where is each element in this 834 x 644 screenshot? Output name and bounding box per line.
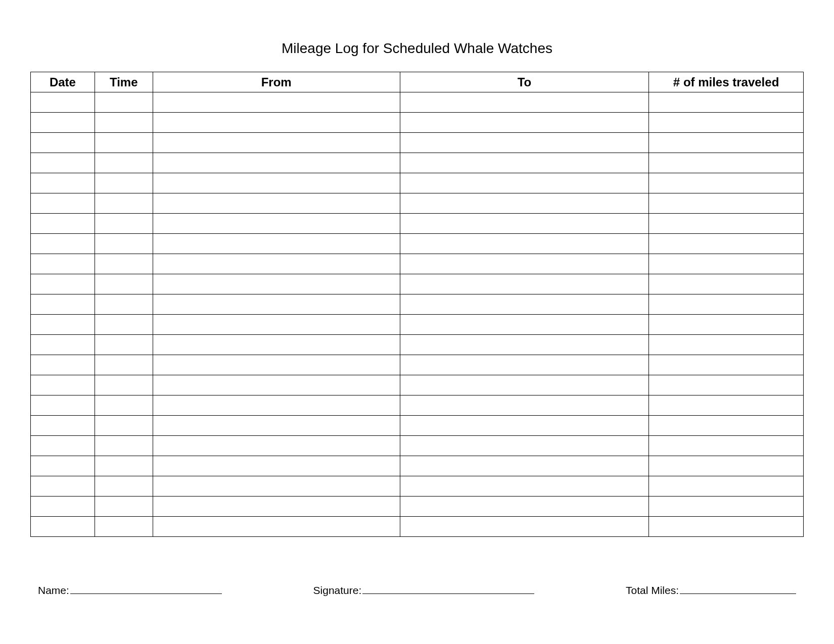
cell-time[interactable] <box>95 476 153 497</box>
cell-date[interactable] <box>31 416 95 436</box>
cell-miles[interactable] <box>649 497 804 517</box>
cell-from[interactable] <box>153 92 400 113</box>
cell-from[interactable] <box>153 395 400 416</box>
cell-time[interactable] <box>95 92 153 113</box>
cell-date[interactable] <box>31 375 95 395</box>
cell-miles[interactable] <box>649 234 804 254</box>
cell-miles[interactable] <box>649 375 804 395</box>
total-miles-line[interactable] <box>680 582 796 594</box>
cell-miles[interactable] <box>649 456 804 476</box>
cell-date[interactable] <box>31 436 95 456</box>
cell-time[interactable] <box>95 395 153 416</box>
cell-to[interactable] <box>400 335 648 355</box>
cell-from[interactable] <box>153 315 400 335</box>
cell-to[interactable] <box>400 294 648 315</box>
cell-miles[interactable] <box>649 416 804 436</box>
cell-to[interactable] <box>400 497 648 517</box>
cell-date[interactable] <box>31 113 95 133</box>
cell-miles[interactable] <box>649 254 804 274</box>
cell-time[interactable] <box>95 234 153 254</box>
cell-time[interactable] <box>95 254 153 274</box>
cell-date[interactable] <box>31 335 95 355</box>
cell-time[interactable] <box>95 335 153 355</box>
cell-time[interactable] <box>95 214 153 234</box>
cell-from[interactable] <box>153 193 400 214</box>
cell-from[interactable] <box>153 274 400 294</box>
cell-to[interactable] <box>400 476 648 497</box>
cell-miles[interactable] <box>649 294 804 315</box>
cell-from[interactable] <box>153 294 400 315</box>
cell-date[interactable] <box>31 355 95 375</box>
cell-miles[interactable] <box>649 274 804 294</box>
cell-date[interactable] <box>31 274 95 294</box>
cell-miles[interactable] <box>649 335 804 355</box>
cell-to[interactable] <box>400 113 648 133</box>
cell-to[interactable] <box>400 214 648 234</box>
cell-date[interactable] <box>31 315 95 335</box>
cell-to[interactable] <box>400 92 648 113</box>
cell-from[interactable] <box>153 476 400 497</box>
cell-to[interactable] <box>400 274 648 294</box>
cell-miles[interactable] <box>649 92 804 113</box>
cell-date[interactable] <box>31 294 95 315</box>
cell-to[interactable] <box>400 456 648 476</box>
cell-miles[interactable] <box>649 153 804 173</box>
cell-to[interactable] <box>400 254 648 274</box>
cell-time[interactable] <box>95 315 153 335</box>
cell-from[interactable] <box>153 497 400 517</box>
cell-from[interactable] <box>153 234 400 254</box>
cell-miles[interactable] <box>649 395 804 416</box>
cell-miles[interactable] <box>649 113 804 133</box>
cell-date[interactable] <box>31 476 95 497</box>
cell-miles[interactable] <box>649 476 804 497</box>
cell-from[interactable] <box>153 456 400 476</box>
cell-date[interactable] <box>31 92 95 113</box>
cell-to[interactable] <box>400 234 648 254</box>
cell-miles[interactable] <box>649 517 804 537</box>
cell-time[interactable] <box>95 133 153 153</box>
cell-date[interactable] <box>31 395 95 416</box>
cell-to[interactable] <box>400 395 648 416</box>
cell-date[interactable] <box>31 456 95 476</box>
cell-from[interactable] <box>153 254 400 274</box>
cell-to[interactable] <box>400 133 648 153</box>
cell-from[interactable] <box>153 517 400 537</box>
cell-date[interactable] <box>31 517 95 537</box>
cell-time[interactable] <box>95 153 153 173</box>
cell-to[interactable] <box>400 315 648 335</box>
cell-time[interactable] <box>95 497 153 517</box>
cell-miles[interactable] <box>649 133 804 153</box>
cell-to[interactable] <box>400 355 648 375</box>
cell-to[interactable] <box>400 517 648 537</box>
cell-time[interactable] <box>95 456 153 476</box>
cell-date[interactable] <box>31 254 95 274</box>
cell-from[interactable] <box>153 436 400 456</box>
cell-date[interactable] <box>31 133 95 153</box>
cell-time[interactable] <box>95 375 153 395</box>
cell-date[interactable] <box>31 497 95 517</box>
cell-from[interactable] <box>153 133 400 153</box>
signature-line[interactable] <box>362 582 534 594</box>
cell-from[interactable] <box>153 416 400 436</box>
cell-time[interactable] <box>95 416 153 436</box>
cell-miles[interactable] <box>649 214 804 234</box>
cell-to[interactable] <box>400 173 648 193</box>
cell-time[interactable] <box>95 113 153 133</box>
cell-from[interactable] <box>153 113 400 133</box>
cell-date[interactable] <box>31 214 95 234</box>
cell-date[interactable] <box>31 193 95 214</box>
cell-to[interactable] <box>400 436 648 456</box>
cell-from[interactable] <box>153 173 400 193</box>
cell-time[interactable] <box>95 436 153 456</box>
cell-time[interactable] <box>95 173 153 193</box>
cell-from[interactable] <box>153 355 400 375</box>
cell-miles[interactable] <box>649 173 804 193</box>
cell-miles[interactable] <box>649 315 804 335</box>
name-line[interactable] <box>70 582 222 594</box>
cell-miles[interactable] <box>649 436 804 456</box>
cell-date[interactable] <box>31 173 95 193</box>
cell-from[interactable] <box>153 153 400 173</box>
cell-to[interactable] <box>400 193 648 214</box>
cell-time[interactable] <box>95 355 153 375</box>
cell-to[interactable] <box>400 416 648 436</box>
